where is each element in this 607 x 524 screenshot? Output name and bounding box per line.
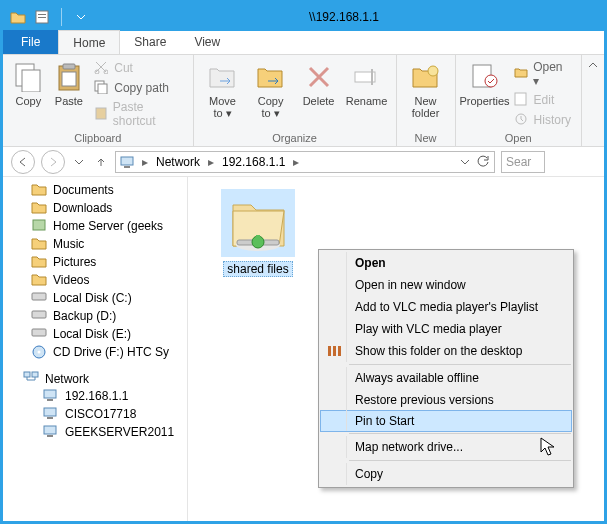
history-icon xyxy=(514,112,530,128)
new-folder-button[interactable]: New folder xyxy=(403,57,449,119)
svg-rect-20 xyxy=(121,157,133,165)
tree-local-c[interactable]: Local Disk (C:) xyxy=(3,289,187,307)
ctx-pin-to-start[interactable]: Pin to Start xyxy=(320,410,572,432)
svg-rect-28 xyxy=(24,372,30,377)
ctx-vlc-playlist[interactable]: Add to VLC media player's Playlist xyxy=(321,296,571,318)
refresh-icon[interactable] xyxy=(476,155,490,169)
recent-locations-icon[interactable] xyxy=(71,150,87,174)
copy-button[interactable]: Copy xyxy=(9,57,48,107)
tree-local-e[interactable]: Local Disk (E:) xyxy=(3,325,187,343)
svg-rect-25 xyxy=(32,329,46,336)
properties-qat-icon[interactable] xyxy=(33,8,51,26)
svg-rect-40 xyxy=(328,346,331,356)
svg-rect-42 xyxy=(338,346,341,356)
folder-icon xyxy=(31,272,47,288)
search-input[interactable]: Sear xyxy=(501,151,545,173)
ctx-restore-versions[interactable]: Restore previous versions xyxy=(321,389,571,411)
navigation-pane: Documents Downloads Home Server (geeks M… xyxy=(3,177,188,521)
ctx-open[interactable]: Open xyxy=(321,252,571,274)
up-button[interactable] xyxy=(93,150,109,174)
ribbon-tabs: File Home Share View xyxy=(3,31,604,55)
folder-icon xyxy=(31,254,47,270)
computer-icon xyxy=(120,155,136,169)
svg-rect-21 xyxy=(124,166,130,168)
copy-to-button[interactable]: Copy to ▾ xyxy=(248,57,294,119)
rename-button[interactable]: Rename xyxy=(344,57,390,107)
computer-icon xyxy=(43,388,59,404)
tree-pc-2[interactable]: CISCO17718 xyxy=(3,405,187,423)
svg-rect-32 xyxy=(44,408,56,416)
ctx-vlc-play[interactable]: Play with VLC media player xyxy=(321,318,571,340)
tree-pc-1[interactable]: 192.168.1.1 xyxy=(3,387,187,405)
window-title: \\192.168.1.1 xyxy=(90,10,598,24)
svg-rect-31 xyxy=(47,399,53,401)
navigation-bar: ▸ Network ▸ 192.168.1.1 ▸ Sear xyxy=(3,147,604,177)
folder-label: shared files xyxy=(223,261,292,277)
tree-documents[interactable]: Documents xyxy=(3,181,187,199)
properties-button[interactable]: Properties xyxy=(462,57,508,107)
tree-downloads[interactable]: Downloads xyxy=(3,199,187,217)
tree-cd-drive[interactable]: CD Drive (F:) HTC Sy xyxy=(3,343,187,361)
file-tab[interactable]: File xyxy=(3,30,58,54)
paste-shortcut-icon xyxy=(94,106,109,122)
ctx-show-desktop[interactable]: Show this folder on the desktop xyxy=(321,340,571,362)
open-group-label: Open xyxy=(462,132,575,146)
delete-button[interactable]: Delete xyxy=(296,57,342,107)
svg-point-27 xyxy=(38,351,41,354)
svg-rect-35 xyxy=(47,435,53,437)
ribbon-collapse-icon[interactable] xyxy=(582,55,604,146)
svg-rect-7 xyxy=(62,72,76,86)
tree-homeserver[interactable]: Home Server (geeks xyxy=(3,217,187,235)
qat-dropdown-icon[interactable] xyxy=(72,8,90,26)
ctx-open-new-window[interactable]: Open in new window xyxy=(321,274,571,296)
svg-rect-39 xyxy=(256,235,260,242)
view-tab[interactable]: View xyxy=(180,30,234,54)
address-dropdown-icon[interactable] xyxy=(460,158,470,166)
move-to-button[interactable]: Move to ▾ xyxy=(200,57,246,119)
homeserver-icon xyxy=(31,218,47,234)
open-button[interactable]: Open ▾ xyxy=(510,59,575,89)
back-button[interactable] xyxy=(11,150,35,174)
cut-button[interactable]: Cut xyxy=(90,59,186,77)
tree-videos[interactable]: Videos xyxy=(3,271,187,289)
breadcrumb-network[interactable]: Network xyxy=(154,155,202,169)
svg-rect-33 xyxy=(47,417,53,419)
open-icon xyxy=(514,66,530,82)
clipboard-group-label: Clipboard xyxy=(9,132,187,146)
tree-network-header[interactable]: Network xyxy=(3,371,187,387)
fences-icon xyxy=(326,344,342,358)
home-tab[interactable]: Home xyxy=(58,30,120,54)
tree-music[interactable]: Music xyxy=(3,235,187,253)
ctx-copy[interactable]: Copy xyxy=(321,463,571,485)
computer-icon xyxy=(43,406,59,422)
paste-button[interactable]: Paste xyxy=(50,57,89,107)
folder-icon xyxy=(31,182,47,198)
drive-icon xyxy=(31,290,47,306)
svg-rect-30 xyxy=(44,390,56,398)
svg-rect-12 xyxy=(96,108,106,119)
history-button[interactable]: History xyxy=(510,111,575,129)
tree-pictures[interactable]: Pictures xyxy=(3,253,187,271)
svg-point-15 xyxy=(428,66,438,76)
properties-icon xyxy=(469,61,501,93)
folder-icon xyxy=(31,200,47,216)
folder-icon xyxy=(31,236,47,252)
breadcrumb-ip[interactable]: 192.168.1.1 xyxy=(220,155,287,169)
share-tab[interactable]: Share xyxy=(120,30,180,54)
network-icon xyxy=(23,371,39,387)
shared-files-folder[interactable]: shared files xyxy=(218,189,298,277)
drive-icon xyxy=(31,326,47,342)
ctx-map-drive[interactable]: Map network drive... xyxy=(321,436,571,458)
file-view[interactable]: shared files Open Open in new window Add… xyxy=(188,177,604,521)
svg-rect-4 xyxy=(22,70,40,92)
tree-backup-d[interactable]: Backup (D:) xyxy=(3,307,187,325)
copy-path-icon xyxy=(94,80,110,96)
address-bar[interactable]: ▸ Network ▸ 192.168.1.1 ▸ xyxy=(115,151,495,173)
paste-shortcut-button[interactable]: Paste shortcut xyxy=(90,99,186,129)
forward-button[interactable] xyxy=(41,150,65,174)
svg-rect-1 xyxy=(38,14,46,15)
copy-path-button[interactable]: Copy path xyxy=(90,79,186,97)
ctx-always-offline[interactable]: Always available offline xyxy=(321,367,571,389)
edit-button[interactable]: Edit xyxy=(510,91,575,109)
tree-pc-3[interactable]: GEEKSERVER2011 xyxy=(3,423,187,441)
